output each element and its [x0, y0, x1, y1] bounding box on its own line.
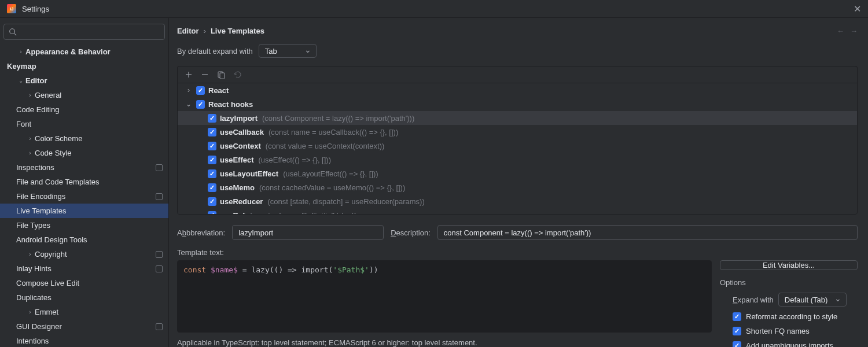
template-name: useLayoutEffect	[220, 169, 278, 178]
group-checkbox[interactable]	[196, 100, 205, 109]
project-scope-icon	[156, 323, 163, 330]
sidebar-item-code-editing[interactable]: Code Editing	[0, 102, 168, 117]
titlebar: IJ Settings ✕	[0, 0, 868, 18]
abbreviation-label: Abbbreviation:	[177, 228, 225, 237]
template-item-useCallback[interactable]: useCallback (const name = useCallback(()…	[178, 125, 857, 139]
default-expand-select[interactable]: Tab	[259, 44, 317, 58]
group-name: React hooks	[208, 100, 253, 109]
edit-variables-button[interactable]: Edit Variables...	[720, 260, 858, 270]
template-group-react-hooks[interactable]: React hooks	[178, 97, 857, 111]
template-checkbox[interactable]	[208, 142, 216, 150]
template-name: useCallback	[220, 128, 264, 136]
template-name: useReducer	[220, 197, 263, 206]
add-icon[interactable]	[185, 71, 193, 79]
template-item-useEffect[interactable]: useEffect (useEffect(() => {}, []))	[178, 153, 857, 167]
sidebar-item-file-types[interactable]: File Types	[0, 218, 168, 232]
sidebar-item-label: Editor	[25, 76, 163, 85]
sidebar-item-inlay-hints[interactable]: Inlay Hints	[0, 261, 168, 276]
template-checkbox[interactable]	[208, 114, 216, 123]
template-item-useContext[interactable]: useContext (const value = useContext(con…	[178, 139, 857, 153]
template-item-useRef[interactable]: useRef (const ref = useRef(initialValue)…	[178, 208, 857, 215]
sidebar-item-android-design-tools[interactable]: Android Design Tools	[0, 232, 168, 247]
chevron-icon: ›	[25, 135, 35, 142]
template-item-useMemo[interactable]: useMemo (const cachedValue = useMemo(() …	[178, 180, 857, 194]
close-icon[interactable]: ✕	[854, 3, 861, 14]
sidebar-item-label: Emmet	[35, 308, 163, 316]
breadcrumb-root[interactable]: Editor	[177, 27, 199, 35]
search-icon	[9, 28, 17, 36]
search-input-container[interactable]	[3, 24, 165, 40]
template-checkbox[interactable]	[208, 183, 216, 192]
project-scope-icon	[156, 251, 163, 258]
sidebar-item-label: File and Code Templates	[16, 178, 163, 186]
template-desc: (const [state, dispatch] = useReducer(pa…	[267, 197, 424, 206]
chevron-icon: ›	[16, 49, 25, 55]
description-label: Description:	[391, 228, 431, 237]
template-item-useLayoutEffect[interactable]: useLayoutEffect (useLayoutEffect(() => {…	[178, 167, 857, 180]
sidebar-item-file-encodings[interactable]: File Encodings	[0, 189, 168, 204]
template-list[interactable]: ReactReact hookslazyImport (const Compon…	[177, 83, 858, 215]
sidebar-item-label: Code Style	[35, 149, 163, 157]
sidebar-item-label: Keymap	[7, 62, 163, 71]
nav-back-icon[interactable]: ←	[837, 27, 844, 35]
abbreviation-input[interactable]	[232, 225, 384, 240]
reformat-checkbox[interactable]	[733, 312, 741, 321]
sidebar-item-font[interactable]: Font	[0, 117, 168, 131]
sidebar-item-editor[interactable]: ⌄Editor	[0, 73, 168, 88]
chevron-icon: ›	[25, 92, 35, 98]
breadcrumb: Editor › Live Templates ← →	[177, 18, 858, 44]
sidebar-item-code-style[interactable]: ›Code Style	[0, 146, 168, 160]
template-name: useMemo	[220, 183, 255, 192]
sidebar-item-keymap[interactable]: Keymap	[0, 59, 168, 73]
content-pane: Editor › Live Templates ← → By default e…	[169, 18, 868, 347]
group-checkbox[interactable]	[196, 86, 205, 95]
description-input[interactable]	[437, 225, 858, 240]
expand-with-select[interactable]: Default (Tab)	[778, 293, 847, 307]
sidebar-item-live-templates[interactable]: Live Templates	[0, 204, 168, 218]
sidebar-item-label: Copyright	[35, 250, 156, 259]
sidebar-item-label: GUI Designer	[16, 322, 156, 331]
template-checkbox[interactable]	[208, 197, 216, 206]
template-name: lazyImport	[220, 114, 258, 123]
template-item-useReducer[interactable]: useReducer (const [state, dispatch] = us…	[178, 194, 857, 208]
sidebar: ›Appearance & BehaviorKeymap⌄Editor›Gene…	[0, 18, 169, 347]
sidebar-item-emmet[interactable]: ›Emmet	[0, 305, 168, 319]
sidebar-item-appearance-behavior[interactable]: ›Appearance & Behavior	[0, 45, 168, 59]
options-label: Options	[720, 278, 858, 287]
nav-forward-icon[interactable]: →	[850, 27, 858, 35]
sidebar-item-label: Font	[16, 120, 163, 128]
template-desc: (const name = useCallback(() => {}, []))	[269, 128, 398, 136]
sidebar-item-copyright[interactable]: ›Copyright	[0, 247, 168, 261]
sidebar-item-label: Intentions	[16, 337, 163, 345]
template-text-editor[interactable]: const $name$ = lazy(() => import('$Path$…	[177, 260, 712, 333]
reformat-label: Reformat according to style	[746, 312, 837, 321]
sidebar-item-file-and-code-templates[interactable]: File and Code Templates	[0, 175, 168, 189]
template-checkbox[interactable]	[208, 128, 216, 136]
sidebar-item-gui-designer[interactable]: GUI Designer	[0, 319, 168, 334]
remove-icon[interactable]	[201, 71, 209, 79]
template-name: useRef	[220, 211, 245, 215]
duplicate-icon[interactable]	[217, 71, 225, 79]
search-input[interactable]	[20, 28, 160, 36]
default-expand-label: By default expand with	[177, 47, 253, 56]
template-group-react[interactable]: React	[178, 83, 857, 97]
sidebar-item-compose-live-edit[interactable]: Compose Live Edit	[0, 276, 168, 290]
template-checkbox[interactable]	[208, 211, 216, 215]
project-scope-icon	[156, 164, 163, 171]
template-item-lazyImport[interactable]: lazyImport (const Component = lazy(() =>…	[178, 111, 857, 125]
applicable-contexts: Applicable in TypeScript: top level stat…	[177, 338, 858, 347]
template-checkbox[interactable]	[208, 156, 216, 164]
sidebar-item-intentions[interactable]: Intentions	[0, 334, 168, 347]
template-checkbox[interactable]	[208, 169, 216, 178]
shorten-fq-checkbox[interactable]	[733, 327, 741, 335]
settings-tree: ›Appearance & BehaviorKeymap⌄Editor›Gene…	[0, 45, 168, 347]
sidebar-item-color-scheme[interactable]: ›Color Scheme	[0, 131, 168, 146]
chevron-icon: ›	[25, 309, 35, 315]
sidebar-item-label: File Types	[16, 221, 163, 230]
template-text-label: Template text:	[177, 248, 858, 257]
sidebar-item-inspections[interactable]: Inspections	[0, 160, 168, 175]
sidebar-item-duplicates[interactable]: Duplicates	[0, 290, 168, 305]
sidebar-item-label: Color Scheme	[35, 134, 163, 143]
sidebar-item-general[interactable]: ›General	[0, 88, 168, 102]
chevron-icon: ›	[25, 251, 35, 257]
